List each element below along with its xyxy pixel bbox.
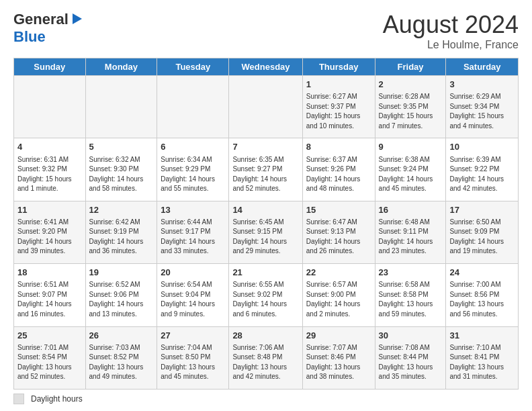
- day-cell-5-6: 30Sunrise: 7:08 AMSunset: 8:44 PMDayligh…: [375, 326, 446, 389]
- day-cell-1-5: 1Sunrise: 6:27 AMSunset: 9:37 PMDaylight…: [302, 76, 375, 138]
- day-cell-1-2: [85, 76, 157, 138]
- day-number: 11: [17, 204, 82, 216]
- day-cell-4-5: 22Sunrise: 6:57 AMSunset: 9:00 PMDayligh…: [302, 264, 375, 326]
- week-row-2: 4Sunrise: 6:31 AMSunset: 9:32 PMDaylight…: [14, 138, 519, 201]
- calendar-title: August 2024: [383, 11, 519, 39]
- day-info: Sunrise: 7:00 AMSunset: 8:56 PMDaylight:…: [449, 280, 515, 319]
- header-wednesday: Wednesday: [229, 58, 302, 76]
- header-thursday: Thursday: [302, 58, 375, 76]
- day-number: 21: [232, 267, 298, 279]
- day-number: 4: [17, 141, 82, 153]
- day-cell-5-1: 25Sunrise: 7:01 AMSunset: 8:54 PMDayligh…: [14, 326, 86, 389]
- weekday-header-row: Sunday Monday Tuesday Wednesday Thursday…: [14, 58, 519, 76]
- day-number: 23: [379, 267, 443, 279]
- day-cell-2-3: 6Sunrise: 6:34 AMSunset: 9:29 PMDaylight…: [157, 138, 229, 201]
- day-info: Sunrise: 6:55 AMSunset: 9:02 PMDaylight:…: [232, 280, 298, 319]
- day-cell-4-7: 24Sunrise: 7:00 AMSunset: 8:56 PMDayligh…: [446, 264, 519, 326]
- day-cell-5-5: 29Sunrise: 7:07 AMSunset: 8:46 PMDayligh…: [302, 326, 375, 389]
- footer-label: Daylight hours: [31, 394, 83, 404]
- page: General Blue August 2024 Le Houlme, Fran…: [0, 0, 532, 411]
- day-cell-2-2: 5Sunrise: 6:32 AMSunset: 9:30 PMDaylight…: [85, 138, 157, 201]
- day-cell-2-6: 9Sunrise: 6:38 AMSunset: 9:24 PMDaylight…: [375, 138, 446, 201]
- day-cell-4-6: 23Sunrise: 6:58 AMSunset: 8:58 PMDayligh…: [375, 264, 446, 326]
- day-info: Sunrise: 6:47 AMSunset: 9:13 PMDaylight:…: [306, 218, 371, 257]
- day-number: 18: [17, 267, 82, 279]
- day-info: Sunrise: 6:34 AMSunset: 9:29 PMDaylight:…: [161, 155, 225, 194]
- day-info: Sunrise: 6:44 AMSunset: 9:17 PMDaylight:…: [161, 218, 225, 257]
- day-number: 13: [161, 204, 225, 216]
- day-info: Sunrise: 6:57 AMSunset: 9:00 PMDaylight:…: [306, 280, 371, 319]
- header-tuesday: Tuesday: [157, 58, 229, 76]
- day-number: 10: [449, 141, 515, 153]
- day-cell-4-4: 21Sunrise: 6:55 AMSunset: 9:02 PMDayligh…: [229, 264, 302, 326]
- day-cell-5-4: 28Sunrise: 7:06 AMSunset: 8:48 PMDayligh…: [229, 326, 302, 389]
- day-number: 16: [379, 204, 443, 216]
- day-number: 31: [449, 330, 515, 342]
- header-saturday: Saturday: [446, 58, 519, 76]
- day-cell-1-4: [229, 76, 302, 138]
- day-info: Sunrise: 7:04 AMSunset: 8:50 PMDaylight:…: [161, 343, 225, 382]
- day-cell-2-4: 7Sunrise: 6:35 AMSunset: 9:27 PMDaylight…: [229, 138, 302, 201]
- header-monday: Monday: [85, 58, 157, 76]
- day-info: Sunrise: 6:48 AMSunset: 9:11 PMDaylight:…: [379, 218, 443, 257]
- week-row-3: 11Sunrise: 6:41 AMSunset: 9:20 PMDayligh…: [14, 201, 519, 263]
- day-cell-1-6: 2Sunrise: 6:28 AMSunset: 9:35 PMDaylight…: [375, 76, 446, 138]
- footer: Daylight hours: [13, 394, 519, 404]
- calendar-table: Sunday Monday Tuesday Wednesday Thursday…: [13, 58, 519, 390]
- day-info: Sunrise: 6:29 AMSunset: 9:34 PMDaylight:…: [449, 92, 515, 131]
- day-number: 8: [306, 141, 371, 153]
- day-cell-3-3: 13Sunrise: 6:44 AMSunset: 9:17 PMDayligh…: [157, 201, 229, 263]
- day-info: Sunrise: 6:39 AMSunset: 9:22 PMDaylight:…: [449, 155, 515, 194]
- day-number: 9: [379, 141, 443, 153]
- day-info: Sunrise: 7:10 AMSunset: 8:41 PMDaylight:…: [449, 343, 515, 382]
- day-number: 22: [306, 267, 371, 279]
- day-info: Sunrise: 6:45 AMSunset: 9:15 PMDaylight:…: [232, 218, 298, 257]
- day-cell-4-3: 20Sunrise: 6:54 AMSunset: 9:04 PMDayligh…: [157, 264, 229, 326]
- day-number: 27: [161, 330, 225, 342]
- week-row-1: 1Sunrise: 6:27 AMSunset: 9:37 PMDaylight…: [14, 76, 519, 138]
- day-number: 12: [89, 204, 154, 216]
- day-info: Sunrise: 6:37 AMSunset: 9:26 PMDaylight:…: [306, 155, 371, 194]
- logo: General Blue: [13, 11, 85, 46]
- day-number: 17: [449, 204, 515, 216]
- day-cell-4-2: 19Sunrise: 6:52 AMSunset: 9:06 PMDayligh…: [85, 264, 157, 326]
- day-cell-3-1: 11Sunrise: 6:41 AMSunset: 9:20 PMDayligh…: [14, 201, 86, 263]
- day-cell-3-4: 14Sunrise: 6:45 AMSunset: 9:15 PMDayligh…: [229, 201, 302, 263]
- day-info: Sunrise: 6:38 AMSunset: 9:24 PMDaylight:…: [379, 155, 443, 194]
- day-info: Sunrise: 6:52 AMSunset: 9:06 PMDaylight:…: [89, 280, 154, 319]
- title-block: August 2024 Le Houlme, France: [383, 11, 519, 51]
- day-info: Sunrise: 6:41 AMSunset: 9:20 PMDaylight:…: [17, 218, 82, 257]
- day-number: 20: [161, 267, 225, 279]
- day-cell-2-7: 10Sunrise: 6:39 AMSunset: 9:22 PMDayligh…: [446, 138, 519, 201]
- day-info: Sunrise: 6:50 AMSunset: 9:09 PMDaylight:…: [449, 218, 515, 257]
- day-cell-3-6: 16Sunrise: 6:48 AMSunset: 9:11 PMDayligh…: [375, 201, 446, 263]
- day-cell-3-2: 12Sunrise: 6:42 AMSunset: 9:19 PMDayligh…: [85, 201, 157, 263]
- day-info: Sunrise: 7:03 AMSunset: 8:52 PMDaylight:…: [89, 343, 154, 382]
- svg-marker-0: [73, 13, 82, 24]
- day-info: Sunrise: 6:35 AMSunset: 9:27 PMDaylight:…: [232, 155, 298, 194]
- day-cell-2-5: 8Sunrise: 6:37 AMSunset: 9:26 PMDaylight…: [302, 138, 375, 201]
- day-number: 30: [379, 330, 443, 342]
- day-number: 5: [89, 141, 154, 153]
- logo-arrow-icon: [70, 12, 85, 27]
- day-info: Sunrise: 6:31 AMSunset: 9:32 PMDaylight:…: [17, 155, 82, 194]
- day-number: 15: [306, 204, 371, 216]
- day-info: Sunrise: 6:58 AMSunset: 8:58 PMDaylight:…: [379, 280, 443, 319]
- day-number: 25: [17, 330, 82, 342]
- header-sunday: Sunday: [14, 58, 86, 76]
- day-cell-5-2: 26Sunrise: 7:03 AMSunset: 8:52 PMDayligh…: [85, 326, 157, 389]
- footer-legend-box: [13, 394, 24, 404]
- day-cell-4-1: 18Sunrise: 6:51 AMSunset: 9:07 PMDayligh…: [14, 264, 86, 326]
- day-cell-5-3: 27Sunrise: 7:04 AMSunset: 8:50 PMDayligh…: [157, 326, 229, 389]
- day-number: 26: [89, 330, 154, 342]
- logo-blue-text: Blue: [13, 28, 46, 45]
- day-cell-1-1: [14, 76, 86, 138]
- header-friday: Friday: [375, 58, 446, 76]
- day-number: 6: [161, 141, 225, 153]
- day-info: Sunrise: 7:07 AMSunset: 8:46 PMDaylight:…: [306, 343, 371, 382]
- week-row-5: 25Sunrise: 7:01 AMSunset: 8:54 PMDayligh…: [14, 326, 519, 389]
- day-info: Sunrise: 7:06 AMSunset: 8:48 PMDaylight:…: [232, 343, 298, 382]
- day-info: Sunrise: 7:08 AMSunset: 8:44 PMDaylight:…: [379, 343, 443, 382]
- day-info: Sunrise: 6:42 AMSunset: 9:19 PMDaylight:…: [89, 218, 154, 257]
- day-info: Sunrise: 6:54 AMSunset: 9:04 PMDaylight:…: [161, 280, 225, 319]
